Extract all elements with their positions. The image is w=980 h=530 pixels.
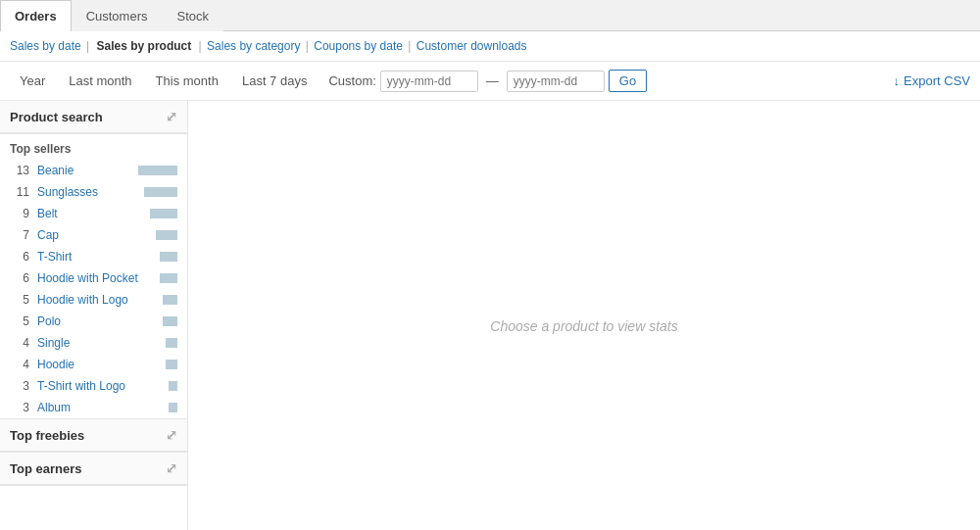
- list-item: 5Hoodie with Logo: [0, 289, 187, 311]
- seller-count: 11: [10, 185, 29, 199]
- seller-count: 3: [10, 401, 29, 414]
- seller-bar: [169, 381, 177, 391]
- product-search-section: Product search ⤢: [0, 101, 187, 134]
- seller-count: 6: [10, 250, 29, 264]
- sub-nav-separator-4: |: [408, 39, 411, 53]
- seller-bar: [169, 403, 177, 412]
- main-content: Product search ⤢ Top sellers 13Beanie11S…: [0, 101, 980, 530]
- list-item: 9Belt: [0, 203, 187, 224]
- seller-list: 13Beanie11Sunglasses9Belt7Cap6T-Shirt6Ho…: [0, 160, 187, 418]
- list-item: 5Polo: [0, 311, 187, 332]
- list-item: 4Hoodie: [0, 354, 187, 375]
- top-earners-expand-icon[interactable]: ⤢: [166, 460, 177, 476]
- top-sellers-label: Top sellers: [0, 134, 187, 160]
- seller-name-link[interactable]: Hoodie with Pocket: [37, 271, 154, 285]
- seller-count: 4: [10, 336, 29, 350]
- top-freebies-expand-icon[interactable]: ⤢: [166, 427, 177, 443]
- top-tabs: Orders Customers Stock: [0, 0, 980, 31]
- date-from-input[interactable]: [380, 71, 478, 92]
- export-csv-label: Export CSV: [904, 73, 970, 88]
- product-search-label: Product search: [10, 110, 103, 124]
- sub-nav: Sales by date | Sales by product | Sales…: [0, 31, 980, 62]
- left-panel: Product search ⤢ Top sellers 13Beanie11S…: [0, 101, 188, 530]
- seller-bar: [160, 273, 177, 283]
- seller-bar: [163, 295, 177, 305]
- list-item: 6Hoodie with Pocket: [0, 267, 187, 289]
- product-search-expand-icon[interactable]: ⤢: [166, 109, 177, 124]
- seller-name-link[interactable]: Belt: [37, 207, 144, 220]
- top-sellers-section: Top sellers 13Beanie11Sunglasses9Belt7Ca…: [0, 134, 187, 419]
- download-icon: ↓: [894, 73, 901, 88]
- seller-name-link[interactable]: Cap: [37, 228, 150, 242]
- tab-customers[interactable]: Customers: [72, 0, 163, 31]
- top-earners-section: Top earners ⤢: [0, 453, 187, 486]
- seller-bar: [160, 252, 177, 262]
- seller-count: 9: [10, 207, 29, 220]
- seller-count: 3: [10, 379, 29, 393]
- seller-bar: [163, 316, 177, 326]
- tab-stock[interactable]: Stock: [163, 0, 224, 31]
- date-to-input[interactable]: [507, 71, 605, 92]
- subnav-sales-by-product[interactable]: Sales by product: [97, 39, 192, 53]
- seller-name-link[interactable]: Single: [37, 336, 160, 350]
- top-freebies-label: Top freebies: [10, 428, 84, 443]
- date-filter-bar: Year Last month This month Last 7 days C…: [0, 62, 980, 101]
- list-item: 7Cap: [0, 224, 187, 246]
- seller-bar: [138, 166, 177, 175]
- sub-nav-separator-2: |: [199, 39, 202, 53]
- seller-count: 6: [10, 271, 29, 285]
- top-earners-label: Top earners: [10, 461, 81, 476]
- go-button[interactable]: Go: [609, 70, 647, 92]
- seller-bar: [156, 230, 177, 240]
- seller-name-link[interactable]: Hoodie with Logo: [37, 293, 157, 307]
- seller-name-link[interactable]: Hoodie: [37, 358, 160, 371]
- list-item: 11Sunglasses: [0, 181, 187, 203]
- empty-message: Choose a product to view stats: [490, 318, 677, 334]
- seller-count: 5: [10, 314, 29, 328]
- seller-bar: [166, 360, 177, 369]
- seller-bar: [166, 338, 177, 348]
- sub-nav-separator-3: |: [306, 39, 309, 53]
- custom-label: Custom:: [328, 73, 375, 88]
- seller-count: 4: [10, 358, 29, 371]
- filter-last-month-button[interactable]: Last month: [59, 70, 141, 92]
- sub-nav-separator-1: |: [86, 39, 92, 53]
- list-item: 3T-Shirt with Logo: [0, 375, 187, 397]
- list-item: 3Album: [0, 397, 187, 418]
- top-earners-header: Top earners ⤢: [0, 453, 187, 485]
- export-csv-link[interactable]: ↓ Export CSV: [894, 73, 970, 88]
- subnav-coupons-by-date[interactable]: Coupons by date: [314, 39, 403, 53]
- list-item: 13Beanie: [0, 160, 187, 181]
- filter-year-button[interactable]: Year: [10, 70, 55, 92]
- seller-name-link[interactable]: Sunglasses: [37, 185, 138, 199]
- subnav-customer-downloads[interactable]: Customer downloads: [416, 39, 527, 53]
- tab-orders[interactable]: Orders: [0, 0, 72, 31]
- product-search-header: Product search ⤢: [0, 101, 187, 133]
- seller-name-link[interactable]: Polo: [37, 314, 157, 328]
- seller-count: 7: [10, 228, 29, 242]
- seller-count: 5: [10, 293, 29, 307]
- seller-count: 13: [10, 164, 29, 177]
- right-panel: Choose a product to view stats: [188, 101, 980, 530]
- list-item: 6T-Shirt: [0, 246, 187, 267]
- top-freebies-section: Top freebies ⤢: [0, 419, 187, 453]
- top-freebies-header: Top freebies ⤢: [0, 419, 187, 452]
- seller-name-link[interactable]: Album: [37, 401, 163, 414]
- list-item: 4Single: [0, 332, 187, 354]
- filter-last-7-days-button[interactable]: Last 7 days: [232, 70, 318, 92]
- subnav-sales-by-category[interactable]: Sales by category: [207, 39, 300, 53]
- seller-name-link[interactable]: T-Shirt: [37, 250, 154, 264]
- seller-name-link[interactable]: Beanie: [37, 164, 132, 177]
- subnav-sales-by-date[interactable]: Sales by date: [10, 39, 81, 53]
- filter-this-month-button[interactable]: This month: [146, 70, 228, 92]
- seller-bar: [144, 187, 177, 197]
- seller-name-link[interactable]: T-Shirt with Logo: [37, 379, 163, 393]
- date-range-dash: —: [486, 73, 499, 88]
- seller-bar: [150, 209, 177, 218]
